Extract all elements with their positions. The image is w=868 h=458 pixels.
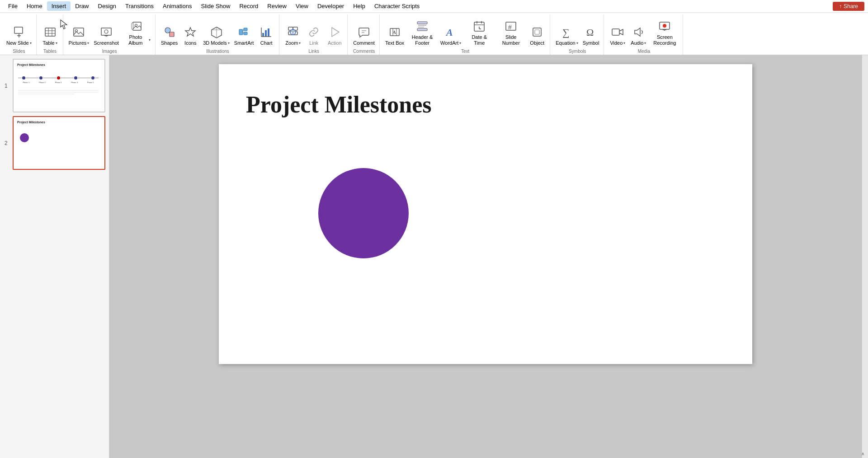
menu-character-scripts[interactable]: Character Scripts xyxy=(370,1,424,11)
ribbon-group-symbols-items: ∑ Equation▾ Ω Symbol xyxy=(554,14,601,47)
shapes-button[interactable]: Shapes xyxy=(159,14,179,47)
link-icon xyxy=(307,25,321,39)
comment-button[interactable]: Comment xyxy=(351,14,377,47)
slide-2-thumb-circle xyxy=(20,133,29,142)
audio-button[interactable]: Audio▾ xyxy=(628,14,648,47)
pictures-button[interactable]: Pictures▾ xyxy=(67,14,91,47)
slide-number-button[interactable]: # Slide Number xyxy=(495,14,526,47)
date-time-button[interactable]: Date & Time xyxy=(464,14,495,47)
icons-icon xyxy=(183,25,198,39)
svg-rect-60 xyxy=(535,30,539,34)
wordart-icon: A xyxy=(443,25,458,39)
menu-view[interactable]: View xyxy=(291,1,313,11)
menu-design[interactable]: Design xyxy=(94,1,121,11)
header-footer-button[interactable]: Header & Footer xyxy=(407,14,438,47)
link-button[interactable]: Link xyxy=(304,14,324,47)
object-button[interactable]: Object xyxy=(527,14,547,47)
ribbon-group-images: Pictures▾ Screenshot Photo xyxy=(64,14,156,55)
slide-canvas[interactable]: Project Milestones xyxy=(219,64,752,364)
ribbon-group-text-label: Text xyxy=(383,48,547,54)
slide-2-thumbnail[interactable]: Project Milestones xyxy=(13,116,105,170)
ribbon-group-media: Video▾ Audio▾ Screen Recor xyxy=(605,14,683,55)
action-button[interactable]: Action xyxy=(325,14,344,47)
slide-1-thumbnail[interactable]: Project Milestones xyxy=(13,59,105,112)
pictures-label: Pictures▾ xyxy=(69,40,90,46)
slide-1-number: 1 xyxy=(5,83,8,89)
screenshot-button[interactable]: Screenshot xyxy=(92,14,121,47)
link-label: Link xyxy=(309,40,318,46)
svg-point-14 xyxy=(104,30,108,33)
icons-label: Icons xyxy=(184,40,196,46)
svg-marker-64 xyxy=(635,28,640,36)
ribbon-group-media-label: Media xyxy=(608,48,680,54)
video-label: Video▾ xyxy=(610,40,625,46)
svg-rect-47 xyxy=(417,28,427,31)
ribbon-group-symbols-label: Symbols xyxy=(554,48,601,54)
smartart-icon xyxy=(237,25,251,39)
object-icon xyxy=(530,25,544,39)
svg-rect-63 xyxy=(612,29,619,35)
equation-button[interactable]: ∑ Equation▾ xyxy=(554,14,580,47)
wordart-button[interactable]: A WordArt▾ xyxy=(439,14,463,47)
ribbon: New Slide▾ Slides Table▾ Tables xyxy=(0,13,868,55)
table-icon xyxy=(43,25,57,39)
new-slide-button[interactable]: New Slide▾ xyxy=(5,14,33,47)
text-box-button[interactable]: A Text Box xyxy=(383,14,406,47)
menu-slideshow[interactable]: Slide Show xyxy=(196,1,235,11)
equation-label: Equation▾ xyxy=(556,40,578,46)
menu-animations[interactable]: Animations xyxy=(158,1,196,11)
ribbon-group-slides-items: New Slide▾ xyxy=(5,14,33,47)
menu-draw[interactable]: Draw xyxy=(71,1,93,11)
svg-point-38 xyxy=(290,29,296,35)
menu-help[interactable]: Help xyxy=(349,1,370,11)
ribbon-group-tables-label: Tables xyxy=(40,48,60,54)
table-button[interactable]: Table▾ xyxy=(40,14,60,47)
share-button[interactable]: ↑ Share xyxy=(833,2,864,11)
smartart-button[interactable]: SmartArt xyxy=(232,14,255,47)
slide-1-thumb-inner: Project Milestones xyxy=(15,61,101,110)
ribbon-group-illustrations: Shapes Icons 3D Models▾ xyxy=(156,14,279,55)
new-slide-label: New Slide▾ xyxy=(6,40,32,46)
3d-models-label: 3D Models▾ xyxy=(203,40,230,46)
svg-rect-46 xyxy=(417,22,427,24)
new-slide-icon xyxy=(12,25,26,39)
slide-number-icon: # xyxy=(504,19,518,33)
menu-transitions[interactable]: Transitions xyxy=(121,1,158,11)
ribbon-group-links: Zoom▾ Link Action xyxy=(280,14,348,55)
svg-rect-9 xyxy=(74,28,84,36)
zoom-label: Zoom▾ xyxy=(285,40,301,46)
photo-album-label: Photo Album▾ xyxy=(123,34,151,46)
menu-record[interactable]: Record xyxy=(235,1,263,11)
menu-review[interactable]: Review xyxy=(263,1,291,11)
symbol-button[interactable]: Ω Symbol xyxy=(581,14,601,47)
slide-2-number: 2 xyxy=(5,140,8,146)
video-button[interactable]: Video▾ xyxy=(608,14,627,47)
zoom-button[interactable]: Zoom▾ xyxy=(283,14,303,47)
equation-icon: ∑ xyxy=(560,25,574,39)
screen-recording-button[interactable]: Screen Recording xyxy=(649,14,680,47)
chart-button[interactable]: Chart xyxy=(256,14,276,47)
right-scrollbar[interactable] xyxy=(862,55,868,458)
3d-models-button[interactable]: 3D Models▾ xyxy=(201,14,231,47)
ribbon-group-tables: Table▾ Tables xyxy=(38,14,63,55)
menu-file[interactable]: File xyxy=(4,1,22,11)
slide-circle[interactable] xyxy=(318,168,409,258)
pictures-icon xyxy=(71,25,86,39)
menu-insert[interactable]: Insert xyxy=(47,1,71,11)
ribbon-group-tables-items: Table▾ xyxy=(40,14,60,47)
menu-developer[interactable]: Developer xyxy=(313,1,349,11)
svg-point-66 xyxy=(663,24,666,28)
shapes-label: Shapes xyxy=(161,40,178,46)
chart-label: Chart xyxy=(260,40,273,46)
text-box-label: Text Box xyxy=(385,40,404,46)
svg-text:∑: ∑ xyxy=(562,27,570,38)
photo-album-button[interactable]: Photo Album▾ xyxy=(122,14,152,47)
main-area: 1 Project Milestones xyxy=(0,55,868,458)
ribbon-collapse-button[interactable]: ∧ xyxy=(861,451,864,456)
ribbon-group-text-items: A Text Box Header & Footer xyxy=(383,14,547,47)
menu-home[interactable]: Home xyxy=(22,1,47,11)
svg-rect-11 xyxy=(101,28,111,35)
icons-button[interactable]: Icons xyxy=(180,14,200,47)
zoom-icon xyxy=(286,25,300,39)
svg-rect-1 xyxy=(15,28,22,33)
